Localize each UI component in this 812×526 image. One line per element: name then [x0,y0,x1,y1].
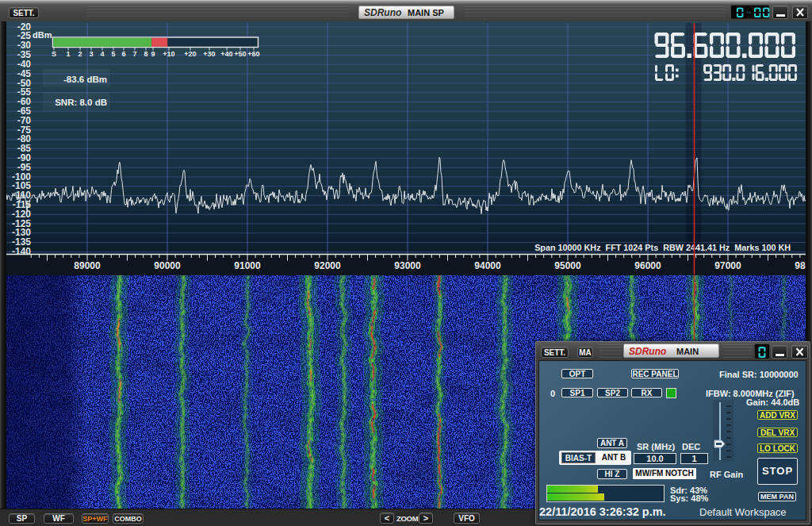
svg-text:+50: +50 [234,50,246,58]
svg-text:+30: +30 [203,50,215,58]
svg-text:+10: +10 [163,50,174,58]
svg-text:7: 7 [132,50,136,58]
svg-text:98000: 98000 [795,260,806,271]
svg-text:5: 5 [111,50,115,58]
svg-text:S: S [52,50,56,58]
svg-text:89000: 89000 [74,260,101,271]
svg-text:Span 10000 KHz FFT 1024 Pts: Span 10000 KHz FFT 1024 Pts RBW 2441.41 … [534,243,791,252]
svg-text:3: 3 [89,50,93,58]
svg-text:4: 4 [100,50,104,58]
svg-text:97000: 97000 [714,260,741,271]
svg-text:-83.6 dBm: -83.6 dBm [63,75,107,84]
svg-text:90000: 90000 [154,260,181,271]
svg-text:9: 9 [151,50,155,58]
svg-text:92000: 92000 [314,260,341,271]
svg-text:+60: +60 [247,50,259,58]
svg-text:1: 1 [66,50,70,58]
svg-text:+20: +20 [184,50,196,58]
svg-text:96000: 96000 [634,260,661,271]
svg-text:2: 2 [78,50,82,58]
svg-text:-140: -140 [12,246,31,257]
svg-text:91000: 91000 [234,260,261,271]
svg-text:dBm: dBm [33,30,52,40]
svg-text:SNR: 8.0 dB: SNR: 8.0 dB [55,98,107,107]
svg-text:6: 6 [121,50,125,58]
svg-text:95000: 95000 [554,260,581,271]
svg-text:8: 8 [144,50,147,58]
svg-text:94000: 94000 [474,260,501,271]
svg-text:93000: 93000 [394,260,421,271]
svg-text:+40: +40 [220,50,232,58]
